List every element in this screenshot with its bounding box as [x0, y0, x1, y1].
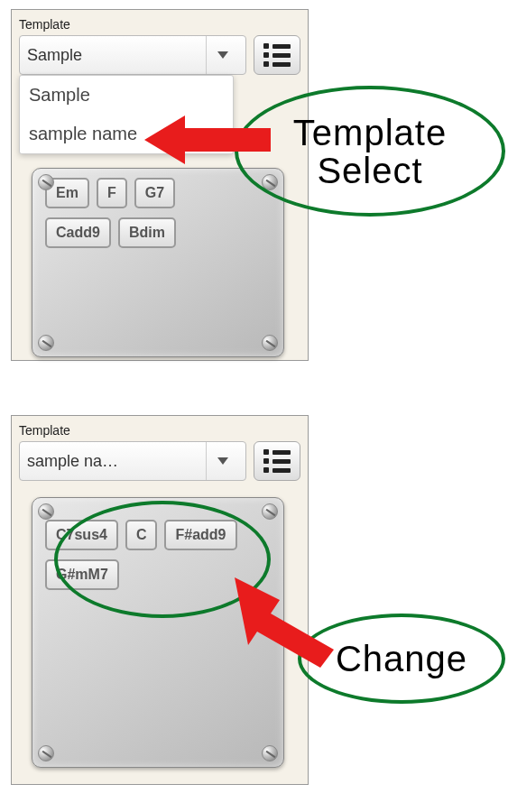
arrow-icon	[144, 108, 271, 171]
template-label: Template	[19, 423, 300, 438]
svg-marker-2	[144, 115, 271, 164]
template-select[interactable]: Sample	[19, 35, 246, 75]
screw-icon	[38, 503, 54, 520]
svg-marker-1	[217, 457, 228, 465]
arrow-icon	[226, 577, 334, 668]
callout-text: Change	[336, 639, 467, 679]
callout-text: Template Select	[293, 114, 447, 189]
chevron-down-icon	[206, 36, 238, 74]
chord-button[interactable]: Cadd9	[45, 217, 111, 248]
screw-icon	[262, 745, 278, 761]
screw-icon	[38, 174, 54, 190]
screw-icon	[38, 335, 54, 351]
screw-icon	[262, 335, 278, 351]
screw-icon	[38, 745, 54, 761]
list-button[interactable]	[254, 441, 300, 481]
chord-button[interactable]: G7	[134, 178, 175, 208]
callout-oval-select: Template Select	[235, 86, 505, 217]
chord-row: Cadd9 Bdim	[32, 208, 283, 248]
screw-icon	[262, 503, 278, 520]
chord-button[interactable]: F	[97, 178, 127, 208]
select-value: sample na…	[27, 452, 206, 471]
top-row: Sample	[19, 35, 300, 75]
chord-button[interactable]: Bdim	[118, 217, 176, 248]
template-select[interactable]: sample na…	[19, 441, 246, 481]
top-row: sample na…	[19, 441, 300, 481]
chord-plate: Em F G7 Cadd9 Bdim	[32, 168, 284, 357]
template-label: Template	[19, 17, 300, 32]
list-button[interactable]	[254, 35, 300, 75]
select-value: Sample	[27, 46, 206, 65]
svg-marker-3	[235, 577, 334, 668]
svg-marker-0	[217, 51, 228, 59]
chevron-down-icon	[206, 442, 238, 480]
